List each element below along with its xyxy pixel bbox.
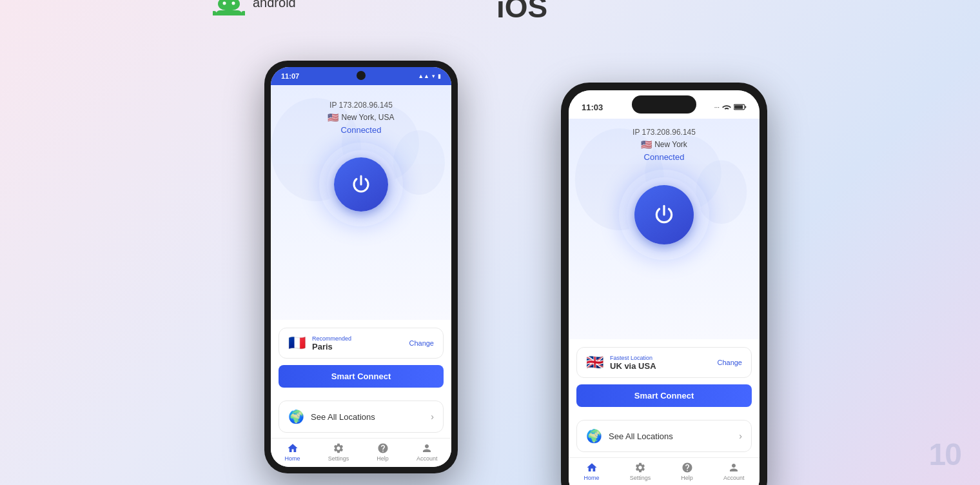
svg-rect-7 xyxy=(241,11,245,15)
ios-battery-icon xyxy=(734,104,747,110)
android-settings-icon xyxy=(333,442,344,454)
ios-city-name: UK via USA xyxy=(610,361,656,371)
android-label-area: android xyxy=(213,0,296,15)
android-location-details: Recommended Paris xyxy=(312,335,351,351)
android-nav-account[interactable]: Account xyxy=(416,442,438,462)
ios-section: iOS 11:03 ··· xyxy=(496,0,767,485)
android-see-locations-wrapper: 🌍 See All Locations › xyxy=(271,395,451,438)
android-nav-settings[interactable]: Settings xyxy=(328,442,349,462)
ios-account-icon xyxy=(728,462,740,473)
ios-see-locations-card[interactable]: 🌍 See All Locations › xyxy=(576,420,752,452)
ios-ip-info: IP 173.208.96.145 🇺🇸 New York Connected xyxy=(632,128,696,162)
android-see-locations-text: See All Locations xyxy=(311,412,375,422)
ios-nav-help-label: Help xyxy=(681,475,693,481)
ios-dynamic-island xyxy=(632,95,696,114)
ios-uk-flag: 🇬🇧 xyxy=(586,354,603,371)
android-nav-help-label: Help xyxy=(377,455,389,462)
ios-change-button[interactable]: Change xyxy=(717,359,742,366)
ios-phone: 11:03 ··· xyxy=(561,83,767,485)
android-icon xyxy=(213,0,245,15)
svg-rect-12 xyxy=(734,105,743,108)
android-chevron-icon: › xyxy=(431,411,434,422)
android-flag: 🇺🇸 xyxy=(328,112,338,123)
ios-chevron-icon: › xyxy=(739,431,742,441)
ios-fastest-label: Fastest Location xyxy=(610,355,656,361)
ios-status-icons: ··· xyxy=(714,104,747,111)
android-ip-address: IP 173.208.96.145 xyxy=(328,101,394,110)
ios-bottom-nav: Home Settings Help xyxy=(569,457,760,485)
ios-label-area: iOS xyxy=(496,0,547,25)
ios-power-button[interactable] xyxy=(634,185,694,244)
ios-nav-settings-label: Settings xyxy=(630,475,651,481)
android-nav-account-label: Account xyxy=(416,455,438,462)
android-phone: 11:07 ▲▲ ▾ ▮ IP 173.208.96.145 xyxy=(264,61,458,473)
android-location-name: New York, USA xyxy=(341,113,394,122)
ios-help-icon xyxy=(681,462,693,473)
ios-nav-home[interactable]: Home xyxy=(584,462,600,481)
sections-wrapper: android 11:07 ▲▲ ▾ ▮ xyxy=(213,0,767,485)
ios-home-icon xyxy=(586,462,598,473)
ios-label: iOS xyxy=(496,0,547,24)
android-nav-home[interactable]: Home xyxy=(285,442,300,462)
android-account-icon xyxy=(421,442,433,454)
ios-see-locations-text: See All Locations xyxy=(609,431,673,441)
ios-see-locations-wrapper: 🌍 See All Locations › xyxy=(569,415,760,457)
ios-location-row: 🇺🇸 New York xyxy=(632,139,696,150)
scene: android 11:07 ▲▲ ▾ ▮ xyxy=(0,0,980,485)
android-battery-icon: ▮ xyxy=(438,73,441,79)
ios-nav-home-label: Home xyxy=(584,475,600,481)
android-power-ring-middle xyxy=(327,150,395,219)
ios-nav-help[interactable]: Help xyxy=(681,462,693,481)
ios-signal-icon: ··· xyxy=(714,104,720,111)
android-city-name: Paris xyxy=(312,342,351,351)
svg-rect-5 xyxy=(216,10,242,15)
android-help-icon xyxy=(377,442,389,454)
android-signal-icon: ▲▲ xyxy=(418,73,429,79)
ios-wifi-icon xyxy=(722,104,731,110)
android-bottom-nav: Home Settings Help xyxy=(271,438,451,467)
android-phone-inner: 11:07 ▲▲ ▾ ▮ IP 173.208.96.145 xyxy=(271,67,451,467)
svg-point-3 xyxy=(223,2,226,5)
android-power-icon xyxy=(350,173,372,195)
android-nav-home-label: Home xyxy=(285,455,300,462)
ios-power-ring-outer xyxy=(619,170,709,260)
ios-ip-address: IP 173.208.96.145 xyxy=(632,128,696,137)
android-see-locations-card[interactable]: 🌍 See All Locations › xyxy=(279,401,444,433)
android-section: android 11:07 ▲▲ ▾ ▮ xyxy=(213,0,458,473)
ios-see-locations-left: 🌍 See All Locations xyxy=(586,428,673,444)
android-power-button[interactable] xyxy=(334,157,388,212)
ios-bottom-area: 🇬🇧 Fastest Location UK via USA Change Sm… xyxy=(569,339,760,415)
svg-rect-6 xyxy=(213,11,217,15)
android-nav-help[interactable]: Help xyxy=(377,442,389,462)
android-globe-icon: 🌍 xyxy=(288,409,304,424)
ios-flag: 🇺🇸 xyxy=(641,139,652,150)
ios-status-bar: 11:03 ··· xyxy=(569,90,760,119)
ios-connected-text: Connected xyxy=(632,152,696,162)
android-location-card: 🇫🇷 Recommended Paris Change xyxy=(279,328,444,359)
android-change-button[interactable]: Change xyxy=(409,339,434,347)
ios-time: 11:03 xyxy=(582,103,603,112)
svg-point-4 xyxy=(232,2,235,5)
android-app-content: IP 173.208.96.145 🇺🇸 New York, USA Conne… xyxy=(271,85,451,320)
ios-nav-account[interactable]: Account xyxy=(723,462,745,481)
ios-location-name: New York xyxy=(654,140,687,149)
ios-power-container xyxy=(619,170,709,260)
android-connected-text: Connected xyxy=(328,125,394,135)
android-location-card-left: 🇫🇷 Recommended Paris xyxy=(288,335,351,351)
android-see-locations-left: 🌍 See All Locations xyxy=(288,409,375,424)
watermark: 10 xyxy=(929,437,961,472)
ios-location-details: Fastest Location UK via USA xyxy=(610,355,656,371)
android-status-icons: ▲▲ ▾ ▮ xyxy=(418,73,441,79)
svg-rect-11 xyxy=(745,106,746,108)
android-smart-connect-button[interactable]: Smart Connect xyxy=(279,365,444,388)
svg-rect-2 xyxy=(218,0,240,10)
ios-smart-connect-button[interactable]: Smart Connect xyxy=(576,384,752,407)
android-bottom-area: 🇫🇷 Recommended Paris Change Smart Connec… xyxy=(271,320,451,395)
ios-nav-settings[interactable]: Settings xyxy=(630,462,651,481)
ios-app-content: IP 173.208.96.145 🇺🇸 New York Connected xyxy=(569,119,760,339)
ios-settings-icon xyxy=(634,462,646,473)
android-location-row: 🇺🇸 New York, USA xyxy=(328,112,394,123)
ios-power-icon xyxy=(652,203,676,226)
android-recommended-label: Recommended xyxy=(312,335,351,342)
android-power-ring-outer xyxy=(319,143,403,226)
